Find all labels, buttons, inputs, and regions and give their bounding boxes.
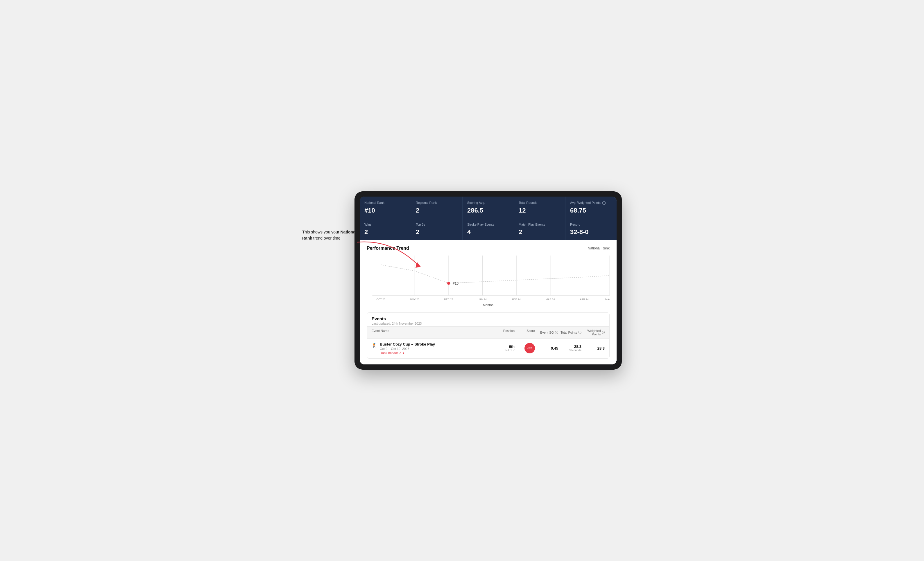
stat-record-label: Record bbox=[570, 223, 612, 226]
stat-regional-rank-value: 2 bbox=[416, 207, 458, 214]
chart-svg: #10 OCT 23 NOV 23 DEC 23 JAN 24 FEB 24 M… bbox=[367, 256, 610, 302]
svg-text:MAY 24: MAY 24 bbox=[605, 298, 610, 301]
performance-trend-label: National Rank bbox=[588, 246, 610, 250]
event-sg-value: 0.45 bbox=[535, 346, 558, 350]
col-header-event-name: Event Name bbox=[372, 329, 491, 336]
content-area: Performance Trend National Rank bbox=[360, 240, 616, 364]
avg-weighted-info-icon[interactable]: i bbox=[602, 201, 606, 205]
event-name-block: Buster Cozy Cup – Stroke Play Oct 9 – Oc… bbox=[380, 342, 435, 355]
stat-avg-weighted: Avg. Weighted Points i 68.75 bbox=[566, 197, 616, 218]
page-wrapper: This shows you your National Rank trend … bbox=[302, 191, 622, 370]
stat-national-rank-value: #10 bbox=[364, 207, 406, 214]
event-position-sub: out of 7 bbox=[491, 349, 514, 352]
weighted-points-info-icon[interactable]: i bbox=[602, 331, 604, 334]
performance-trend-title: Performance Trend bbox=[367, 246, 409, 251]
col-header-score: Score bbox=[514, 329, 535, 336]
svg-text:DEC 23: DEC 23 bbox=[444, 298, 453, 301]
stat-stroke-play-value: 4 bbox=[467, 228, 509, 236]
stat-total-rounds-label: Total Rounds bbox=[519, 200, 561, 205]
stat-scoring-avg-value: 286.5 bbox=[467, 207, 509, 214]
rank-impact-down-arrow: ▼ bbox=[402, 352, 405, 355]
chart-x-axis-label: Months bbox=[367, 303, 610, 307]
svg-text:FEB 24: FEB 24 bbox=[512, 298, 521, 301]
stat-match-play: Match Play Events 2 bbox=[514, 218, 565, 240]
stat-regional-rank: Regional Rank 2 bbox=[411, 197, 462, 218]
events-table-header: Event Name Position Score Event SG i Tot… bbox=[367, 326, 609, 338]
stat-scoring-avg-label: Scoring Avg. bbox=[467, 200, 509, 205]
event-name-cell: 🏌️ Buster Cozy Cup – Stroke Play Oct 9 –… bbox=[372, 342, 491, 355]
events-section: Events Last updated: 24th November 2023 … bbox=[367, 313, 610, 359]
col-header-event-sg: Event SG i bbox=[535, 329, 558, 336]
stat-wins-value: 2 bbox=[364, 228, 406, 236]
col-header-position: Position bbox=[491, 329, 514, 336]
event-position: 6th bbox=[491, 344, 514, 349]
stat-national-rank: National Rank #10 bbox=[360, 197, 411, 218]
col-header-weighted-points: Weighted Points i bbox=[581, 329, 604, 336]
svg-text:MAR 24: MAR 24 bbox=[546, 298, 555, 301]
stat-regional-rank-label: Regional Rank bbox=[416, 200, 458, 205]
event-score-badge: -22 bbox=[525, 343, 535, 353]
stat-record: Record 32-8-0 bbox=[566, 218, 616, 240]
chart-marker-label: #10 bbox=[453, 281, 459, 286]
total-points-info-icon[interactable]: i bbox=[578, 331, 581, 334]
event-sg-cell: 0.45 bbox=[535, 346, 558, 350]
event-total-rounds: 3 Rounds bbox=[558, 349, 581, 352]
event-rank-impact: Rank Impact: 3 ▼ bbox=[380, 351, 435, 355]
stat-total-rounds-value: 12 bbox=[519, 207, 561, 214]
stat-top3s: Top 3s 2 bbox=[411, 218, 462, 240]
stat-match-play-value: 2 bbox=[519, 228, 561, 236]
event-sg-info-icon[interactable]: i bbox=[555, 331, 558, 334]
stat-record-value: 32-8-0 bbox=[570, 228, 612, 236]
events-subtitle: Last updated: 24th November 2023 bbox=[372, 322, 604, 325]
stat-stroke-play-label: Stroke Play Events bbox=[467, 223, 509, 226]
stat-match-play-label: Match Play Events bbox=[519, 223, 561, 226]
svg-text:APR 24: APR 24 bbox=[580, 298, 588, 301]
svg-text:JAN 24: JAN 24 bbox=[478, 298, 487, 301]
stat-top3s-value: 2 bbox=[416, 228, 458, 236]
stats-row-1: National Rank #10 Regional Rank 2 Scorin… bbox=[360, 197, 616, 218]
event-score-cell: -22 bbox=[514, 343, 535, 353]
event-date: Oct 9 – Oct 10, 2023 bbox=[380, 347, 435, 350]
performance-trend-header: Performance Trend National Rank bbox=[367, 246, 610, 251]
svg-text:OCT 23: OCT 23 bbox=[376, 298, 385, 301]
annotation-text: This shows you your National Rank trend … bbox=[302, 229, 360, 241]
event-total-points: 28.3 bbox=[558, 344, 581, 349]
event-weighted-points-cell: 28.3 bbox=[581, 346, 604, 350]
event-golf-icon: 🏌️ bbox=[372, 343, 378, 348]
chart-marker-dot bbox=[447, 282, 450, 285]
stat-stroke-play: Stroke Play Events 4 bbox=[463, 218, 514, 240]
stat-wins: Wins 2 bbox=[360, 218, 411, 240]
stat-total-rounds: Total Rounds 12 bbox=[514, 197, 565, 218]
event-name: Buster Cozy Cup – Stroke Play bbox=[380, 342, 435, 346]
tablet-screen: National Rank #10 Regional Rank 2 Scorin… bbox=[360, 197, 616, 364]
stat-avg-weighted-value: 68.75 bbox=[570, 207, 612, 214]
stat-wins-label: Wins bbox=[364, 223, 406, 226]
event-position-cell: 6th out of 7 bbox=[491, 344, 514, 352]
stats-row-2: Wins 2 Top 3s 2 Stroke Play Events 4 Mat… bbox=[360, 218, 616, 240]
event-total-points-cell: 28.3 3 Rounds bbox=[558, 344, 581, 352]
stat-national-rank-label: National Rank bbox=[364, 200, 406, 205]
events-header: Events Last updated: 24th November 2023 bbox=[367, 313, 609, 326]
stat-scoring-avg: Scoring Avg. 286.5 bbox=[463, 197, 514, 218]
svg-text:NOV 23: NOV 23 bbox=[410, 298, 419, 301]
performance-chart: #10 OCT 23 NOV 23 DEC 23 JAN 24 FEB 24 M… bbox=[367, 256, 610, 302]
col-header-total-points: Total Points i bbox=[558, 329, 581, 336]
stat-avg-weighted-label: Avg. Weighted Points i bbox=[570, 200, 612, 205]
event-weighted-points: 28.3 bbox=[581, 346, 604, 350]
tablet-frame: National Rank #10 Regional Rank 2 Scorin… bbox=[354, 191, 622, 370]
table-row: 🏌️ Buster Cozy Cup – Stroke Play Oct 9 –… bbox=[367, 338, 609, 358]
events-title: Events bbox=[372, 316, 604, 321]
stat-top3s-label: Top 3s bbox=[416, 223, 458, 226]
